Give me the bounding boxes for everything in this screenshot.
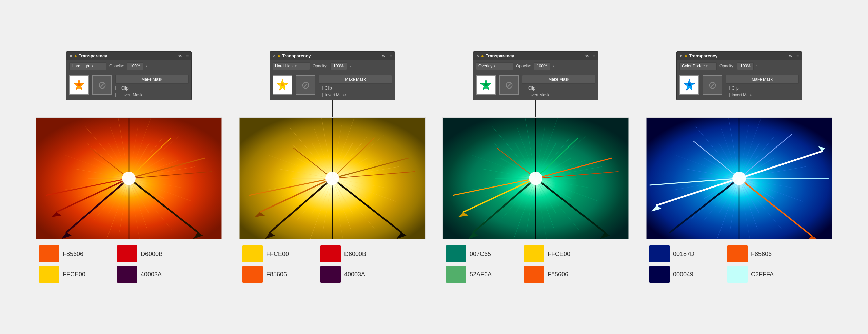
swatch-item-1: 007C65: [446, 245, 520, 262]
swatches-container-4: 00187D F85606 000049 C2FFFA: [646, 245, 832, 283]
swatch-code-text: 52AF6A: [470, 271, 492, 278]
swatch-color-box[interactable]: [727, 245, 748, 262]
panel-title-bar: ✕ ◆ Transparency ≪ ≡: [677, 52, 802, 60]
panel-menu-icon[interactable]: ≡: [796, 54, 799, 58]
swatch-color-box[interactable]: [524, 245, 544, 262]
swatch-color-box[interactable]: [117, 245, 137, 262]
panel-close-button[interactable]: ✕: [273, 54, 276, 58]
swatch-code-text: F85606: [751, 251, 772, 258]
make-mask-button[interactable]: Make Mask: [319, 75, 392, 84]
blend-mode-select[interactable]: Hard Light ▾: [69, 62, 106, 70]
main-container: ✕ ◆ Transparency ≪ ≡ Hard Light ▾ Opacit…: [22, 41, 846, 293]
panel-title-text: Transparency: [79, 53, 107, 58]
opacity-value[interactable]: 100%: [737, 62, 754, 70]
swatch-color-box[interactable]: [446, 266, 466, 283]
invert-mask-checkbox[interactable]: [726, 93, 730, 97]
swatch-code-text: F85606: [266, 271, 287, 278]
svg-point-160: [688, 83, 691, 86]
connector-container: [332, 100, 333, 117]
make-mask-button[interactable]: Make Mask: [115, 75, 189, 84]
panel-menu-icon[interactable]: ≡: [186, 54, 189, 58]
panel-diamond-icon: ◆: [74, 54, 77, 58]
panel-title-text: Transparency: [689, 53, 718, 58]
invert-mask-checkbox-row: Invert Mask: [115, 93, 189, 97]
opacity-arrow[interactable]: ›: [756, 64, 758, 68]
svg-point-107: [484, 83, 488, 86]
opacity-arrow[interactable]: ›: [146, 64, 147, 68]
swatch-item-3: FFCE00: [39, 266, 114, 283]
make-mask-button[interactable]: Make Mask: [522, 75, 595, 84]
panel-menu-icon[interactable]: ≡: [390, 54, 392, 58]
connector-line: [332, 100, 333, 117]
svg-point-158: [529, 172, 542, 185]
panel-collapse-icon[interactable]: ≪: [585, 54, 589, 58]
transparency-panel-3: ✕ ◆ Transparency ≪ ≡ Overlay ▾ Opacity: …: [473, 51, 598, 100]
mask-thumbnail: ⊘: [92, 75, 112, 95]
swatch-color-box[interactable]: [320, 245, 341, 262]
make-mask-button[interactable]: Make Mask: [726, 75, 799, 84]
blend-mode-select[interactable]: Overlay ▾: [476, 62, 513, 70]
clip-checkbox-row: Clip: [115, 86, 189, 91]
swatch-color-box[interactable]: [727, 266, 748, 283]
panel-title-left: ✕ ◆ Transparency: [679, 53, 718, 58]
no-entry-icon: ⊘: [708, 79, 717, 91]
swatch-item-4: F85606: [524, 266, 598, 283]
invert-mask-checkbox[interactable]: [522, 93, 526, 97]
opacity-arrow[interactable]: ›: [350, 64, 351, 68]
clip-checkbox[interactable]: [115, 86, 119, 90]
opacity-value[interactable]: 100%: [534, 62, 550, 70]
blend-mode-arrow: ▾: [92, 64, 93, 68]
panel-collapse-icon[interactable]: ≪: [381, 54, 386, 58]
opacity-arrow[interactable]: ›: [553, 64, 554, 68]
no-entry-icon: ⊘: [505, 79, 513, 91]
opacity-value[interactable]: 100%: [330, 62, 347, 70]
opacity-value[interactable]: 100%: [127, 62, 143, 70]
clip-checkbox[interactable]: [726, 86, 730, 90]
panel-title-bar: ✕ ◆ Transparency ≪ ≡: [270, 52, 395, 60]
invert-mask-checkbox[interactable]: [115, 93, 119, 97]
svg-point-105: [326, 172, 339, 185]
swatch-color-box[interactable]: [117, 266, 137, 283]
panel-title-left: ✕ ◆ Transparency: [476, 53, 514, 58]
swatch-color-box[interactable]: [39, 266, 59, 283]
panel-diamond-icon: ◆: [481, 54, 484, 58]
panel-close-button[interactable]: ✕: [69, 54, 73, 58]
blend-mode-label: Hard Light: [275, 64, 294, 68]
swatch-color-box[interactable]: [39, 245, 59, 262]
swatch-color-box[interactable]: [524, 266, 544, 283]
panel-collapse-icon[interactable]: ≪: [788, 54, 792, 58]
layer-thumbnail: [679, 75, 699, 95]
swatch-item-4: 40003A: [117, 266, 192, 283]
panel-buttons: Make Mask Clip Invert Mask: [319, 75, 392, 97]
panel-collapse-icon[interactable]: ≪: [178, 54, 182, 58]
panel-diamond-icon: ◆: [685, 54, 687, 58]
invert-mask-checkbox[interactable]: [319, 93, 323, 97]
swatch-code-text: 40003A: [344, 271, 365, 278]
clip-label: Clip: [121, 86, 129, 91]
swatches-container-2: FFCE00 D6000B F85606 40003A: [239, 245, 426, 283]
panel-buttons: Make Mask Clip Invert Mask: [726, 75, 799, 97]
panel-group-2: ✕ ◆ Transparency ≪ ≡ Hard Light ▾ Opacit…: [236, 51, 429, 283]
swatch-color-box[interactable]: [649, 245, 670, 262]
swatch-color-box[interactable]: [446, 245, 466, 262]
blend-mode-select[interactable]: Color Dodge ▾: [679, 62, 717, 70]
panel-title-right: ≪ ≡: [381, 54, 392, 58]
swatch-item-3: 000049: [649, 266, 724, 283]
panel-title-bar: ✕ ◆ Transparency ≪ ≡: [473, 52, 598, 60]
swatch-item-1: F85606: [39, 245, 114, 262]
clip-checkbox[interactable]: [319, 86, 323, 90]
panel-title-left: ✕ ◆ Transparency: [273, 53, 311, 58]
swatch-color-box[interactable]: [649, 266, 670, 283]
layer-thumbnail: [69, 75, 89, 95]
swatch-color-box[interactable]: [242, 266, 263, 283]
clip-checkbox-row: Clip: [726, 86, 799, 91]
swatch-color-box[interactable]: [320, 266, 341, 283]
panel-close-button[interactable]: ✕: [679, 54, 683, 58]
panel-menu-icon[interactable]: ≡: [593, 54, 595, 58]
swatch-color-box[interactable]: [242, 245, 263, 262]
panel-close-button[interactable]: ✕: [476, 54, 479, 58]
clip-checkbox[interactable]: [522, 86, 526, 90]
blend-mode-select[interactable]: Hard Light ▾: [273, 62, 310, 70]
panel-title-right: ≪ ≡: [178, 54, 189, 58]
mask-thumbnail: ⊘: [703, 75, 722, 95]
